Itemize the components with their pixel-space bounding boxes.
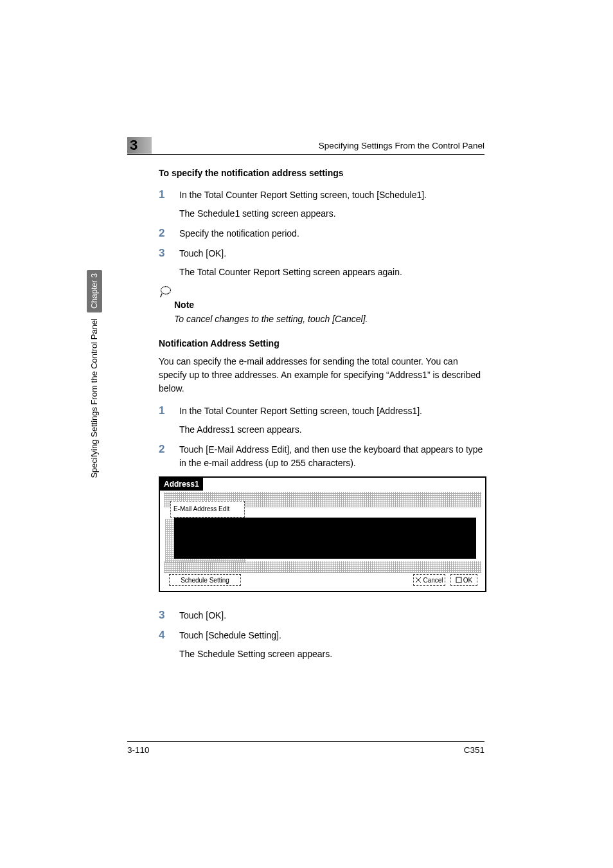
step-body: Specify the notification period. [179,227,486,240]
step-number: 2 [159,227,179,240]
document-page: 3 Specifying Settings From the Control P… [0,0,613,868]
device-screenshot: Address1 E-Mail Address Edit Schedule Se… [159,476,486,592]
ok-button[interactable]: OK [450,574,477,586]
step-text: In the Total Counter Report Setting scre… [179,404,486,418]
step-number: 1 [159,188,179,221]
button-label: Cancel [423,577,443,584]
cancel-button[interactable]: Cancel [413,574,445,586]
step-body: Touch [OK]. [179,609,486,622]
note-block: Note To cancel changes to the setting, t… [159,285,486,325]
header-rule [127,154,484,155]
step-item: 2 Specify the notification period. [159,227,486,240]
step-item: 3 Touch [OK]. [159,609,486,622]
step-body: In the Total Counter Report Setting scre… [179,188,486,221]
svg-rect-4 [456,577,461,583]
page-number: 3-110 [127,745,150,755]
step-text: Touch [OK]. [179,247,486,260]
step-item: 2 Touch [E-Mail Address Edit], and then … [159,443,486,470]
step-item: 4 Touch [Schedule Setting]. The Schedule… [159,629,486,661]
device-hatch-area [164,561,481,573]
ok-icon [456,577,462,583]
running-header-text: Specifying Settings From the Control Pan… [282,141,484,150]
step-text: Touch [Schedule Setting]. [179,629,486,642]
note-title: Note [174,300,486,310]
step-number: 2 [159,443,179,470]
button-label: Schedule Setting [181,577,229,584]
step-text: Specify the notification period. [179,227,486,240]
step-number: 3 [159,247,179,279]
button-label: E-Mail Address Edit [173,506,229,512]
footer-rule [127,741,484,742]
subsection-heading: Notification Address Setting [159,338,486,348]
cancel-icon [415,577,422,583]
step-number: 4 [159,629,179,661]
step-subtext: The Total Counter Report Setting screen … [179,266,486,279]
chapter-number-badge: 3 [127,137,152,154]
step-body: In the Total Counter Report Setting scre… [179,404,486,437]
paragraph: You can specify the e-mail addresses for… [159,355,486,395]
schedule-setting-button[interactable]: Schedule Setting [169,574,241,586]
subsection-heading: To specify the notification address sett… [159,168,486,178]
device-input-field[interactable] [174,518,476,559]
note-body: To cancel changes to the setting, touch … [174,312,486,325]
note-icon [159,285,173,298]
step-number: 1 [159,404,179,437]
step-subtext: The Schedule Setting screen appears. [179,647,486,661]
step-subtext: The Schedule1 setting screen appears. [179,207,486,221]
device-title-bar: Address1 [160,478,203,491]
step-item: 1 In the Total Counter Report Setting sc… [159,404,486,437]
svg-line-1 [161,294,163,298]
email-address-edit-button[interactable]: E-Mail Address Edit [170,501,245,518]
step-body: Touch [E-Mail Address Edit], and then us… [179,443,486,470]
step-body: Touch [Schedule Setting]. The Schedule S… [179,629,486,661]
step-item: 1 In the Total Counter Report Setting sc… [159,188,486,221]
step-subtext: The Address1 screen appears. [179,423,486,437]
content-column: To specify the notification address sett… [159,168,486,667]
side-chapter-tab: Chapter 3 [87,270,102,312]
step-text: In the Total Counter Report Setting scre… [179,188,486,202]
step-number: 3 [159,609,179,622]
side-section-label: Specifying Settings From the Control Pan… [89,318,99,478]
model-label: C351 [464,745,484,755]
step-text: Touch [E-Mail Address Edit], and then us… [179,443,486,470]
step-item: 3 Touch [OK]. The Total Counter Report S… [159,247,486,279]
step-text: Touch [OK]. [179,609,486,622]
step-body: Touch [OK]. The Total Counter Report Set… [179,247,486,279]
button-label: OK [463,577,472,584]
svg-point-0 [161,287,171,294]
